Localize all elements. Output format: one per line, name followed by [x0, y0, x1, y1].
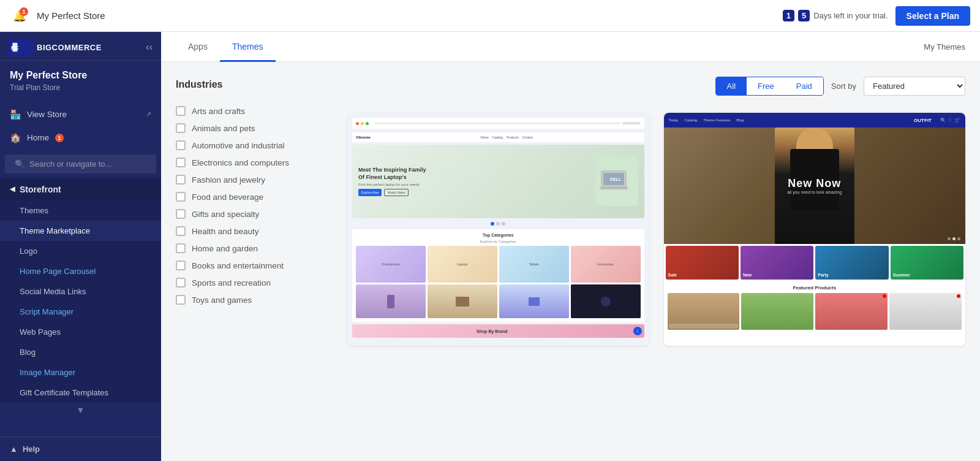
my-themes-link[interactable]: My Themes [924, 42, 965, 51]
search-bar[interactable]: 🔍 Search or navigate to... [5, 154, 156, 173]
filter-btn-free[interactable]: Free [747, 77, 785, 95]
hero-btn-explore[interactable]: Explore Now [358, 189, 382, 196]
filter-checkbox-animals[interactable] [176, 123, 186, 133]
sidebar-item-view-store[interactable]: 🏪 View Store ↗ [0, 103, 161, 126]
sidebar-item-blog[interactable]: Blog [0, 342, 161, 362]
filter-item-food[interactable]: Food and beverage [176, 188, 318, 205]
filter-label-health: Health and beauty [192, 227, 259, 236]
sidebar-item-home-page-carousel[interactable]: Home Page Carousel [0, 261, 161, 281]
sidebar-item-theme-marketplace[interactable]: Theme Marketplace [0, 221, 161, 241]
sidebar-item-home-page-carousel-label: Home Page Carousel [20, 267, 96, 276]
hero-btn-watch[interactable]: Watch Video [384, 189, 409, 196]
external-link-icon: ↗ [146, 110, 151, 118]
theme-card-vibrante[interactable]: Vibrante Home Catalog Products Contact [347, 113, 649, 346]
filter-item-books[interactable]: Books and entertainment [176, 257, 318, 274]
sidebar-item-logo[interactable]: Logo [0, 241, 161, 261]
filter-checkbox-electronics[interactable] [176, 158, 186, 167]
filter-checkbox-food[interactable] [176, 192, 186, 202]
sidebar: BC BIGCOMMERCE ‹‹ My Perfect Store Trial… [0, 32, 161, 461]
sidebar-help[interactable]: ▲ Help [0, 436, 161, 461]
filter-checkbox-sports[interactable] [176, 278, 186, 288]
sidebar-item-home[interactable]: 🏠 Home 1 [0, 126, 161, 150]
sidebar-item-logo-label: Logo [20, 246, 37, 256]
sidebar-scrollable: ◀ Storefront Themes Theme Marketplace Lo… [0, 178, 161, 436]
storefront-section-header[interactable]: ◀ Storefront [0, 178, 161, 200]
sort-select[interactable]: Featured Newest Price: Low to High Price… [864, 77, 965, 96]
main-layout: BC BIGCOMMERCE ‹‹ My Perfect Store Trial… [0, 32, 980, 461]
filter-title: Industries [176, 79, 318, 90]
tabs-bar: Apps Themes My Themes [161, 32, 980, 62]
filter-label-home: Home and garden [192, 244, 258, 253]
tab-apps[interactable]: Apps [176, 32, 220, 62]
filter-item-sports[interactable]: Sports and recreation [176, 274, 318, 291]
store-plan: Trial Plan Store [10, 83, 151, 92]
vibrante-categories: Top Categories Explore by Categories Sma… [352, 229, 644, 322]
tab-themes[interactable]: Themes [220, 32, 276, 62]
select-plan-button[interactable]: Select a Plan [895, 6, 970, 26]
trial-info: 1 5 Days left in your trial. [783, 10, 888, 21]
sidebar-item-web-pages-label: Web Pages [20, 327, 61, 337]
filter-label-toys: Toys and games [192, 295, 252, 305]
filter-item-electronics[interactable]: Electronics and computers [176, 154, 318, 171]
tab-themes-label: Themes [232, 42, 263, 51]
filter-item-health[interactable]: Health and beauty [176, 223, 318, 240]
trial-day2: 5 [798, 10, 810, 21]
tab-apps-label: Apps [188, 42, 208, 51]
sidebar-item-gift-certificate-templates[interactable]: Gift Certificate Templates [0, 383, 161, 403]
help-icon: ▲ [10, 444, 18, 454]
filter-checkbox-fashion[interactable] [176, 175, 186, 185]
hero-laptop-image: DELL [595, 157, 638, 206]
filter-checkbox-books[interactable] [176, 261, 186, 270]
filter-btn-paid[interactable]: Paid [785, 77, 823, 95]
filter-checkbox-gifts[interactable] [176, 209, 186, 219]
sidebar-item-gift-certificate-templates-label: Gift Certificate Templates [20, 388, 108, 397]
store-info: My Perfect Store Trial Plan Store [0, 61, 161, 98]
filter-checkbox-arts[interactable] [176, 106, 186, 116]
themes-grid: Vibrante Home Catalog Products Contact [347, 113, 965, 346]
sidebar-item-view-store-label: View Store [27, 110, 67, 119]
svg-text:DELL: DELL [609, 177, 621, 181]
filter-label-automotive: Automotive and industrial [192, 141, 285, 150]
filter-item-animals[interactable]: Animals and pets [176, 120, 318, 137]
filter-item-arts[interactable]: Arts and crafts [176, 102, 318, 120]
filter-item-gifts[interactable]: Gifts and specialty [176, 205, 318, 223]
chevron-left-icon: ◀ [10, 185, 15, 193]
notification-badge: 1 [20, 7, 28, 16]
svg-text:BC: BC [11, 45, 19, 51]
filter-panel: Industries Arts and crafts Animals and p… [161, 62, 333, 461]
sidebar-collapse-button[interactable]: ‹‹ [146, 42, 153, 53]
outfit-featured-products: Featured Products [664, 281, 966, 333]
home-icon: 🏠 [10, 132, 21, 143]
sidebar-item-social-media-links[interactable]: Social Media Links [0, 281, 161, 302]
sidebar-item-script-manager[interactable]: Script Manager [0, 302, 161, 322]
outfit-categories: Sale New Party Summer [664, 244, 966, 281]
home-badge: 1 [55, 134, 64, 142]
filter-item-toys[interactable]: Toys and games [176, 291, 318, 308]
filter-label-animals: Animals and pets [192, 124, 255, 133]
sidebar-item-web-pages[interactable]: Web Pages [0, 322, 161, 342]
filter-checkbox-health[interactable] [176, 226, 186, 236]
filter-item-home[interactable]: Home and garden [176, 240, 318, 257]
search-placeholder: Search or navigate to... [29, 159, 111, 169]
filter-btn-all[interactable]: All [716, 77, 747, 95]
filter-checkbox-toys[interactable] [176, 295, 186, 305]
svg-rect-6 [600, 187, 628, 189]
sidebar-item-themes-label: Themes [20, 206, 48, 215]
outfit-hero-sub: all you need to look amazing [787, 190, 842, 194]
trial-label: Days left in your trial. [813, 11, 888, 20]
filter-item-automotive[interactable]: Automotive and industrial [176, 137, 318, 154]
help-label: Help [23, 444, 40, 454]
sidebar-item-image-manager[interactable]: Image Manager [0, 362, 161, 383]
theme-card-outfit[interactable]: Today Catalog Theme Features Blog OUTFIT… [664, 113, 966, 346]
topbar: 🔔 1 My Perfect Store 1 5 Days left in yo… [0, 0, 980, 32]
filter-checkbox-home[interactable] [176, 243, 186, 253]
tabs: Apps Themes [176, 32, 276, 61]
bigcommerce-logo-icon: BC [9, 38, 33, 56]
sidebar-item-themes[interactable]: Themes [0, 200, 161, 221]
sidebar-item-social-media-links-label: Social Media Links [20, 287, 86, 296]
outfit-featured-title: Featured Products [668, 285, 962, 291]
filter-item-fashion[interactable]: Fashion and jewelry [176, 171, 318, 188]
notification-bell[interactable]: 🔔 1 [10, 6, 29, 26]
filter-checkbox-automotive[interactable] [176, 140, 186, 150]
outfit-hero-title: New Now [787, 177, 842, 190]
